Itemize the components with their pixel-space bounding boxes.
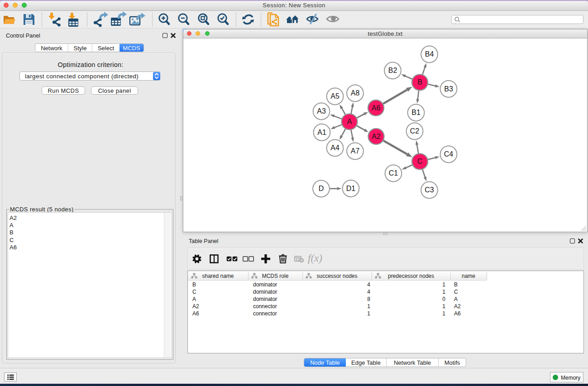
svg-text:B3: B3 xyxy=(444,85,453,93)
svg-text:B2: B2 xyxy=(388,67,397,74)
svg-text:C4: C4 xyxy=(444,150,454,158)
svg-text:D1: D1 xyxy=(346,185,356,192)
svg-text:C1: C1 xyxy=(389,169,398,177)
svg-text:C: C xyxy=(417,157,423,165)
svg-text:A1: A1 xyxy=(317,129,326,136)
svg-text:A8: A8 xyxy=(351,89,360,97)
svg-text:A4: A4 xyxy=(330,144,339,152)
svg-text:B: B xyxy=(417,78,422,86)
svg-text:A: A xyxy=(347,118,352,125)
svg-text:C3: C3 xyxy=(425,186,434,194)
svg-text:A5: A5 xyxy=(330,92,339,100)
svg-text:A7: A7 xyxy=(351,147,360,155)
svg-text:A6: A6 xyxy=(372,104,381,112)
svg-text:B4: B4 xyxy=(425,50,434,58)
svg-text:C2: C2 xyxy=(410,127,420,135)
svg-text:A2: A2 xyxy=(372,133,381,140)
svg-text:D: D xyxy=(319,185,324,192)
svg-text:B1: B1 xyxy=(411,109,421,116)
svg-text:A3: A3 xyxy=(317,107,326,115)
